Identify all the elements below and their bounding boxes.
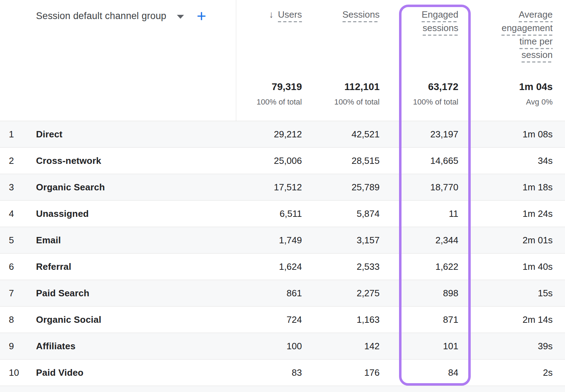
row-rank: 10 xyxy=(0,367,36,378)
row-engaged: 23,197 xyxy=(380,129,458,140)
row-sessions: 28,515 xyxy=(302,155,380,166)
row-avg-time: 1m 18s xyxy=(458,182,565,193)
row-rank: 1 xyxy=(0,129,36,140)
row-users: 861 xyxy=(236,288,302,299)
row-channel: Paid Search xyxy=(36,288,236,299)
total-avg-subtext: Avg 0% xyxy=(519,97,553,107)
row-engaged: 18,770 xyxy=(380,182,458,193)
row-channel: Referral xyxy=(36,261,236,272)
total-sessions-value: 112,101 xyxy=(334,81,380,93)
row-channel: Paid Video xyxy=(36,367,236,378)
row-rank: 2 xyxy=(0,155,36,166)
table-row: 2 Cross-network 25,006 28,515 14,665 34s xyxy=(0,147,565,174)
row-avg-time: 39s xyxy=(458,341,565,352)
table-row: 7 Paid Search 861 2,275 898 15s xyxy=(0,280,565,306)
row-rank: 8 xyxy=(0,314,36,325)
table-row: 5 Email 1,749 3,157 2,344 2m 01s xyxy=(0,227,565,253)
chevron-down-icon[interactable] xyxy=(177,15,184,19)
table-row: 6 Referral 1,624 2,533 1,622 1m 40s xyxy=(0,253,565,280)
column-header-avg-line1: Average xyxy=(519,10,553,22)
add-dimension-button[interactable]: + xyxy=(197,11,206,21)
row-sessions: 5,874 xyxy=(302,208,380,219)
table-row: 9 Affiliates 100 142 101 39s xyxy=(0,333,565,359)
total-avg-value: 1m 04s xyxy=(519,81,553,93)
row-sessions: 2,533 xyxy=(302,261,380,272)
row-users: 1,624 xyxy=(236,261,302,272)
row-users: 724 xyxy=(236,314,302,325)
table-body: 1 Direct 29,212 42,521 23,197 1m 08s 2 C… xyxy=(0,121,565,386)
row-channel: Email xyxy=(36,235,236,246)
row-rank: 9 xyxy=(0,341,36,352)
table-row: 3 Organic Search 17,512 25,789 18,770 1m… xyxy=(0,174,565,200)
row-sessions: 176 xyxy=(302,367,380,378)
row-users: 29,212 xyxy=(236,129,302,140)
row-avg-time: 1m 24s xyxy=(458,208,565,219)
total-users-value: 79,319 xyxy=(257,81,302,93)
total-users-subtext: 100% of total xyxy=(257,97,302,107)
row-engaged: 898 xyxy=(380,288,458,299)
total-sessions: 112,101 100% of total xyxy=(334,81,380,107)
row-channel: Organic Social xyxy=(36,314,236,325)
row-engaged: 1,622 xyxy=(380,261,458,272)
row-engaged: 2,344 xyxy=(380,235,458,246)
sort-descending-icon: ↓ xyxy=(269,10,274,19)
column-header-sessions-label: Sessions xyxy=(343,10,380,22)
column-header-avg-line4: session xyxy=(522,50,553,63)
row-avg-time: 2s xyxy=(458,367,565,378)
row-avg-time: 15s xyxy=(458,288,565,299)
column-header-avg-line2: engagement xyxy=(501,23,553,36)
row-users: 100 xyxy=(236,341,302,352)
row-avg-time: 2m 14s xyxy=(458,314,565,325)
row-users: 17,512 xyxy=(236,182,302,193)
row-sessions: 42,521 xyxy=(302,129,380,140)
row-engaged: 871 xyxy=(380,314,458,325)
row-channel: Unassigned xyxy=(36,208,236,219)
row-channel: Direct xyxy=(36,129,236,140)
row-avg-time: 34s xyxy=(458,155,565,166)
column-header-engaged-sessions[interactable]: Engaged sessions xyxy=(422,10,458,37)
row-avg-time: 1m 40s xyxy=(458,261,565,272)
row-engaged: 101 xyxy=(380,341,458,352)
row-rank: 7 xyxy=(0,288,36,299)
dimension-header: Session default channel group + xyxy=(36,11,206,22)
column-header-sessions[interactable]: Sessions xyxy=(343,10,380,23)
column-header-users[interactable]: ↓Users xyxy=(269,10,302,23)
row-sessions: 25,789 xyxy=(302,182,380,193)
row-channel: Affiliates xyxy=(36,341,236,352)
column-header-avg-line3: time per xyxy=(519,37,553,49)
total-avg-engagement-time: 1m 04s Avg 0% xyxy=(519,81,553,107)
total-engaged-sessions: 63,172 100% of total xyxy=(413,81,458,107)
row-users: 1,749 xyxy=(236,235,302,246)
dimension-header-label[interactable]: Session default channel group xyxy=(36,11,166,22)
row-engaged: 14,665 xyxy=(380,155,458,166)
row-channel: Organic Search xyxy=(36,182,236,193)
row-users: 6,511 xyxy=(236,208,302,219)
row-sessions: 3,157 xyxy=(302,235,380,246)
analytics-table: Session default channel group + ↓Users S… xyxy=(0,0,565,392)
total-users: 79,319 100% of total xyxy=(257,81,302,107)
table-row: 1 Direct 29,212 42,521 23,197 1m 08s xyxy=(0,121,565,147)
row-avg-time: 1m 08s xyxy=(458,129,565,140)
total-engaged-value: 63,172 xyxy=(413,81,458,93)
table-row: 10 Paid Video 83 176 84 2s xyxy=(0,359,565,386)
row-avg-time: 2m 01s xyxy=(458,235,565,246)
column-header-users-label: Users xyxy=(278,10,302,22)
column-header-engaged-line1: Engaged xyxy=(422,10,458,22)
row-sessions: 142 xyxy=(302,341,380,352)
row-users: 83 xyxy=(236,367,302,378)
total-sessions-subtext: 100% of total xyxy=(334,97,380,107)
row-channel: Cross-network xyxy=(36,155,236,166)
row-engaged: 84 xyxy=(380,367,458,378)
total-engaged-subtext: 100% of total xyxy=(413,97,458,107)
row-sessions: 2,275 xyxy=(302,288,380,299)
table-row: 8 Organic Social 724 1,163 871 2m 14s xyxy=(0,306,565,333)
row-rank: 4 xyxy=(0,208,36,219)
row-sessions: 1,163 xyxy=(302,314,380,325)
row-rank: 6 xyxy=(0,261,36,272)
row-engaged: 11 xyxy=(380,208,458,219)
row-users: 25,006 xyxy=(236,155,302,166)
row-rank: 3 xyxy=(0,182,36,193)
partial-next-row xyxy=(0,386,565,392)
table-row: 4 Unassigned 6,511 5,874 11 1m 24s xyxy=(0,200,565,227)
column-header-avg-engagement-time[interactable]: Average engagement time per session xyxy=(501,10,553,64)
